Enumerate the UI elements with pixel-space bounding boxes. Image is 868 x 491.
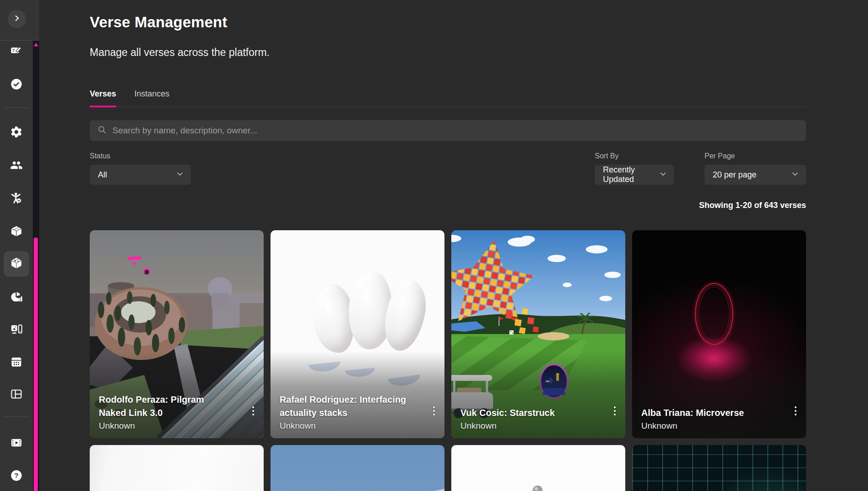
- people-icon: [10, 159, 23, 173]
- sidebar-item-compose[interactable]: [10, 45, 23, 58]
- card-menu-button[interactable]: [431, 405, 437, 417]
- card-menu-button[interactable]: [793, 405, 798, 417]
- calendar-icon: [10, 355, 23, 370]
- status-select[interactable]: All: [90, 165, 191, 185]
- status-label: Status: [90, 152, 191, 160]
- verse-owner: Unknown: [460, 421, 616, 431]
- verse-owner: Unknown: [641, 421, 797, 431]
- verse-title: Rodolfo Peraza: Pilgram Naked Link 3.0: [99, 393, 255, 420]
- search-input[interactable]: [112, 126, 799, 136]
- media-devices-icon: [10, 323, 23, 337]
- verse-thumbnail: [451, 445, 625, 491]
- tab-verses[interactable]: Verses: [90, 89, 116, 107]
- chevron-down-icon: [175, 169, 184, 180]
- sidebar-expand-button[interactable]: [8, 10, 26, 28]
- verse-card[interactable]: [451, 445, 625, 491]
- chevron-down-icon: [791, 169, 800, 180]
- sort-value: Recently Updated: [603, 165, 659, 184]
- search-icon: [97, 125, 112, 137]
- video-film-icon: [10, 436, 23, 451]
- page-title: Verse Management: [90, 14, 227, 31]
- per-page-filter: Per Page 20 per page: [705, 152, 806, 185]
- verse-thumbnail: [271, 445, 444, 491]
- verse-title: Rafael Rodriguez: Interfacing actuality …: [280, 393, 435, 420]
- sidebar-item-videos[interactable]: [10, 437, 23, 450]
- help-circle-icon: ?: [10, 469, 23, 484]
- chevron-right-icon: [12, 13, 22, 25]
- verse-owner: Unknown: [280, 421, 435, 431]
- verse-owner: Unknown: [99, 421, 255, 431]
- sidebar-item-layout[interactable]: [10, 389, 23, 401]
- results-summary: Showing 1-20 of 643 verses: [699, 201, 806, 210]
- sort-filter: Sort By Recently Updated: [595, 152, 674, 185]
- verse-thumbnail: [90, 445, 264, 491]
- settings-gear-icon: [10, 126, 23, 140]
- filter-row: Status All Sort By Recently Updated Per …: [90, 152, 806, 186]
- verse-card[interactable]: Alba Triana: Microverse Unknown: [632, 230, 806, 438]
- layout-panels-icon: [10, 388, 23, 402]
- sort-label: Sort By: [595, 152, 674, 160]
- status-filter: Status All: [90, 152, 191, 185]
- per-page-value: 20 per page: [713, 170, 791, 180]
- chevron-down-icon: [659, 169, 668, 180]
- card-caption: Vuk Cosic: Starstruck Unknown: [451, 352, 625, 438]
- card-caption: Alba Triana: Microverse Unknown: [632, 352, 806, 438]
- card-caption: Rafael Rodriguez: Interfacing actuality …: [271, 352, 444, 438]
- card-caption: Rodolfo Peraza: Pilgram Naked Link 3.0 U…: [90, 352, 264, 438]
- sidebar-item-approvals[interactable]: [10, 79, 23, 91]
- package-box-icon: [10, 225, 23, 239]
- scrollbar-up-arrow[interactable]: [34, 43, 38, 46]
- sidebar-item-verses[interactable]: [10, 258, 23, 270]
- svg-text:?: ?: [14, 471, 18, 479]
- verse-grid: Rodolfo Peraza: Pilgram Naked Link 3.0 U…: [90, 230, 806, 491]
- search-bar[interactable]: [90, 120, 806, 141]
- per-page-select[interactable]: 20 per page: [705, 165, 806, 185]
- verse-title: Vuk Cosic: Starstruck: [460, 406, 616, 420]
- sidebar-item-settings[interactable]: [10, 127, 23, 139]
- sidebar-scrollbar[interactable]: [33, 40, 39, 491]
- card-menu-button[interactable]: [250, 405, 256, 417]
- sidebar-item-packages[interactable]: [10, 226, 23, 238]
- sidebar-item-help[interactable]: ?: [10, 470, 23, 483]
- verse-card[interactable]: [90, 445, 264, 491]
- per-page-label: Per Page: [705, 152, 806, 160]
- tab-instances[interactable]: Instances: [134, 89, 169, 106]
- sidebar: ?: [0, 0, 39, 491]
- main-area: Verse Management Manage all verses acros…: [39, 0, 868, 491]
- sidebar-item-community[interactable]: [10, 192, 23, 205]
- card-menu-button[interactable]: [612, 405, 618, 417]
- sidebar-item-calendar[interactable]: [10, 356, 23, 369]
- status-value: All: [98, 170, 175, 180]
- sidebar-divider: [4, 416, 29, 417]
- verse-thumbnail: [632, 445, 806, 491]
- verse-card[interactable]: [271, 445, 444, 491]
- verse-cube-icon: [10, 257, 23, 271]
- sidebar-divider: [4, 107, 29, 108]
- verse-card[interactable]: Vuk Cosic: Starstruck Unknown: [451, 230, 625, 438]
- person-check-icon: [10, 192, 23, 206]
- check-circle-icon: [10, 78, 23, 92]
- scrollbar-thumb[interactable]: [34, 238, 38, 491]
- content: Verse Management Manage all verses acros…: [90, 0, 806, 491]
- sort-select[interactable]: Recently Updated: [595, 165, 674, 185]
- compose-card-icon: [10, 44, 23, 59]
- verse-title: Alba Triana: Microverse: [641, 406, 797, 420]
- sidebar-item-users[interactable]: [10, 160, 23, 172]
- verse-card[interactable]: Rafael Rodriguez: Interfacing actuality …: [271, 230, 444, 438]
- sidebar-item-analytics[interactable]: [10, 292, 23, 304]
- verse-card[interactable]: Rodolfo Peraza: Pilgram Naked Link 3.0 U…: [90, 230, 264, 438]
- sidebar-item-media[interactable]: [10, 324, 23, 336]
- verse-card[interactable]: [632, 445, 806, 491]
- tab-bar: Verses Instances: [90, 89, 806, 107]
- page-subtitle: Manage all verses across the platform.: [90, 46, 270, 59]
- analytics-pie-icon: [10, 291, 23, 305]
- glow-ring: [699, 287, 730, 341]
